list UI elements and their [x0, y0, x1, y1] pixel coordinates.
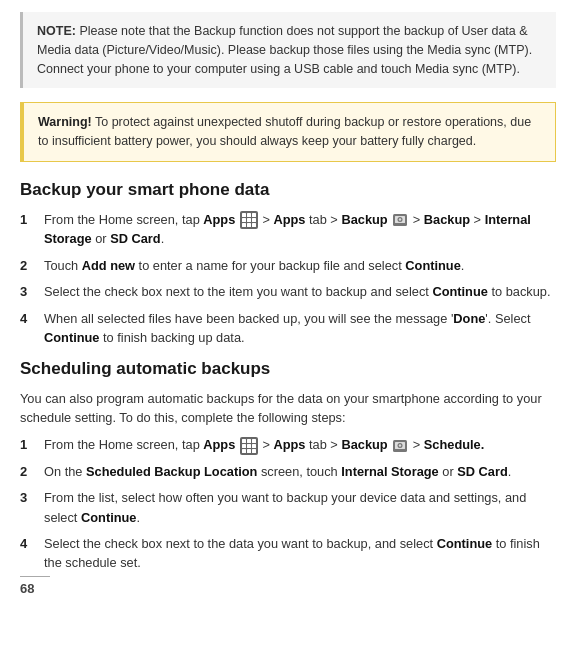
backup-label-s1: Backup	[341, 437, 387, 452]
backup-step-1: 1 From the Home screen, tap Apps > Apps …	[20, 210, 556, 249]
sd-card-label-s2: SD Card	[457, 464, 508, 479]
sched-step-num-4: 4	[20, 534, 38, 554]
sched-step-2: 2 On the Scheduled Backup Location scree…	[20, 462, 556, 482]
step-num-4: 4	[20, 309, 38, 329]
backup-step-3: 3 Select the check box next to the item …	[20, 282, 556, 302]
svg-point-7	[399, 444, 401, 446]
apps-label-1: Apps	[203, 212, 235, 227]
apps-label-s1: Apps	[203, 437, 235, 452]
backup-icon-s1	[392, 438, 408, 454]
step-text-2: Touch Add new to enter a name for your b…	[44, 256, 556, 275]
sched-step-text-4: Select the check box next to the data yo…	[44, 534, 556, 572]
scheduling-intro: You can also program automatic backups f…	[20, 389, 556, 427]
backup-label-2: Backup	[424, 212, 470, 227]
schedule-label: Schedule.	[424, 437, 484, 452]
page-number: 68	[20, 581, 34, 596]
scheduling-section-title: Scheduling automatic backups	[20, 359, 556, 379]
step-num-1: 1	[20, 210, 38, 230]
note-box: NOTE: Please note that the Backup functi…	[20, 12, 556, 88]
done-label: Done	[453, 311, 485, 326]
apps-tab-label-s1: Apps	[273, 437, 305, 452]
page-container: NOTE: Please note that the Backup functi…	[0, 0, 576, 604]
continue-label-s3: Continue	[81, 510, 136, 525]
backup-step-2: 2 Touch Add new to enter a name for your…	[20, 256, 556, 276]
sd-card-label-1: SD Card	[110, 231, 161, 246]
continue-label-4: Continue	[44, 330, 99, 345]
step-text-4: When all selected files have been backed…	[44, 309, 556, 347]
step-num-2: 2	[20, 256, 38, 276]
continue-label-3: Continue	[432, 284, 487, 299]
internal-storage-label-s2: Internal Storage	[341, 464, 438, 479]
note-text: Please note that the Backup function doe…	[37, 24, 532, 76]
backup-section: Backup your smart phone data 1 From the …	[20, 180, 556, 347]
svg-point-3	[399, 219, 401, 221]
sched-step-num-1: 1	[20, 435, 38, 455]
scheduling-steps-list: 1 From the Home screen, tap Apps > Apps …	[20, 435, 556, 572]
sched-step-num-2: 2	[20, 462, 38, 482]
sched-step-text-2: On the Scheduled Backup Location screen,…	[44, 462, 556, 481]
backup-icon-1	[392, 212, 408, 228]
backup-label-1: Backup	[341, 212, 387, 227]
step-num-3: 3	[20, 282, 38, 302]
apps-grid-icon	[240, 211, 258, 229]
page-footer: 68	[20, 576, 50, 596]
backup-step-4: 4 When all selected files have been back…	[20, 309, 556, 347]
step-text-1: From the Home screen, tap Apps > Apps ta…	[44, 210, 556, 249]
note-label: NOTE:	[37, 24, 76, 38]
sched-step-3: 3 From the list, select how often you wa…	[20, 488, 556, 526]
scheduled-backup-label: Scheduled Backup Location	[86, 464, 257, 479]
warning-text: To protect against unexpected shutoff du…	[38, 115, 531, 148]
sched-step-1: 1 From the Home screen, tap Apps > Apps …	[20, 435, 556, 455]
sched-step-text-1: From the Home screen, tap Apps > Apps ta…	[44, 435, 556, 455]
apps-grid-icon-s1	[240, 437, 258, 455]
sched-step-4: 4 Select the check box next to the data …	[20, 534, 556, 572]
step-text-3: Select the check box next to the item yo…	[44, 282, 556, 301]
continue-label-s4: Continue	[437, 536, 492, 551]
sched-step-text-3: From the list, select how often you want…	[44, 488, 556, 526]
warning-box: Warning! To protect against unexpected s…	[20, 102, 556, 162]
warning-label: Warning!	[38, 115, 92, 129]
scheduling-section: Scheduling automatic backups You can als…	[20, 359, 556, 572]
add-new-label: Add new	[82, 258, 135, 273]
continue-label-2: Continue	[405, 258, 460, 273]
backup-section-title: Backup your smart phone data	[20, 180, 556, 200]
apps-tab-label: Apps	[273, 212, 305, 227]
backup-steps-list: 1 From the Home screen, tap Apps > Apps …	[20, 210, 556, 347]
sched-step-num-3: 3	[20, 488, 38, 508]
